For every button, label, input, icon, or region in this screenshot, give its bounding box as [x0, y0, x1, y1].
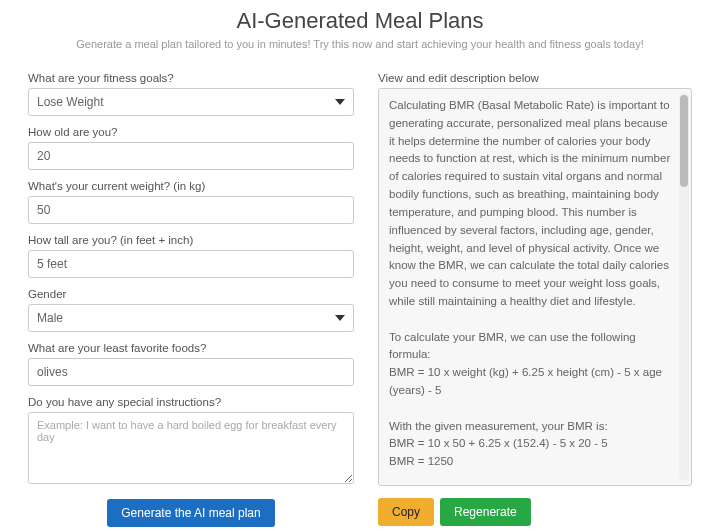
weight-label: What's your current weight? (in kg) [28, 180, 354, 192]
page-subtitle: Generate a meal plan tailored to you in … [28, 38, 692, 50]
least-fav-input[interactable] [28, 358, 354, 386]
scroll-thumb[interactable] [680, 95, 688, 187]
least-fav-label: What are your least favorite foods? [28, 342, 354, 354]
output-panel: View and edit description below Calculat… [378, 72, 692, 527]
gender-label: Gender [28, 288, 354, 300]
generate-button[interactable]: Generate the AI meal plan [107, 499, 274, 527]
weight-input[interactable] [28, 196, 354, 224]
form-panel: What are your fitness goals? Lose Weight… [28, 72, 354, 527]
special-textarea[interactable] [28, 412, 354, 484]
age-label: How old are you? [28, 126, 354, 138]
goals-label: What are your fitness goals? [28, 72, 354, 84]
gender-select[interactable]: Male [28, 304, 354, 332]
height-input[interactable] [28, 250, 354, 278]
copy-button[interactable]: Copy [378, 498, 434, 526]
height-label: How tall are you? (in feet + inch) [28, 234, 354, 246]
scrollbar[interactable] [679, 93, 689, 481]
output-textarea[interactable]: Calculating BMR (Basal Metabolic Rate) i… [379, 89, 691, 485]
special-label: Do you have any special instructions? [28, 396, 354, 408]
age-input[interactable] [28, 142, 354, 170]
output-label: View and edit description below [378, 72, 692, 84]
regenerate-button[interactable]: Regenerate [440, 498, 531, 526]
page-title: AI-Generated Meal Plans [28, 8, 692, 34]
goals-select[interactable]: Lose Weight [28, 88, 354, 116]
